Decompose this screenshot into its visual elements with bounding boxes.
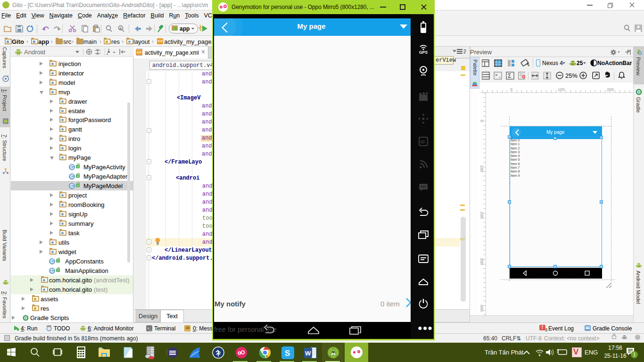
svg-text:W: W — [305, 350, 311, 357]
svg-text:ID: ID — [421, 140, 425, 144]
svg-text:GPS: GPS — [419, 50, 428, 54]
svg-text:Σ: Σ — [508, 73, 511, 79]
svg-text:A: A — [119, 26, 122, 31]
svg-text:S: S — [285, 349, 290, 358]
